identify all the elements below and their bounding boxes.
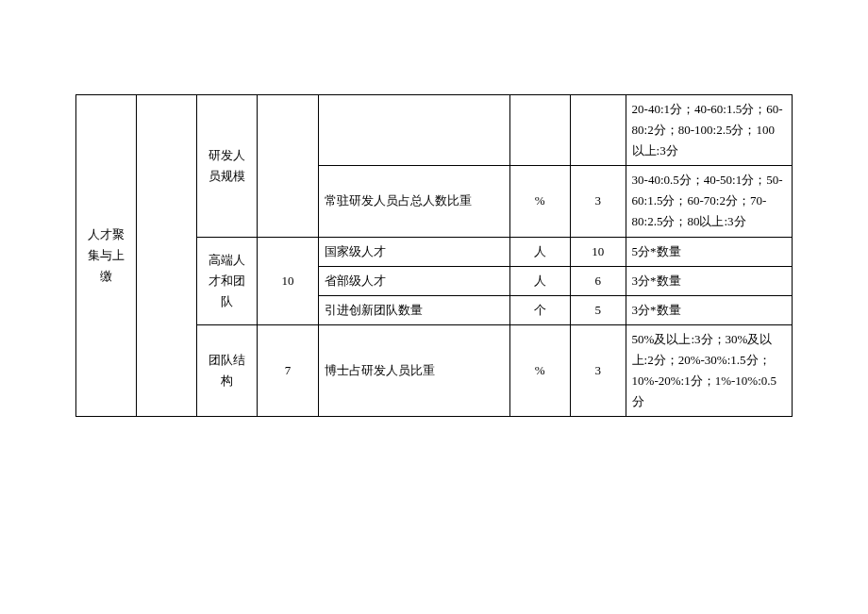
empty-cell [137,95,197,417]
desc-cell: 3分*数量 [626,266,792,295]
desc-cell: 20-40:1分；40-60:1.5分；60-80:2分；80-100:2.5分… [626,95,792,166]
metric-cell: 常驻研发人员占总人数比重 [318,166,509,237]
subscore-cell [258,95,318,238]
unit-cell: % [509,324,570,416]
subscore-cell: 10 [258,237,318,324]
score-cell: 3 [570,324,626,416]
unit-cell: 个 [509,295,570,324]
table-row: 人才聚集与上缴 研发人员规模 20-40:1分；40-60:1.5分；60-80… [76,95,793,166]
subscore-cell: 7 [258,324,318,416]
subcategory-cell: 研发人员规模 [197,95,258,238]
subcategory-cell: 高端人才和团队 [197,237,258,324]
subcategory-cell: 团队结构 [197,324,258,416]
desc-cell: 30-40:0.5分；40-50:1分；50-60:1.5分；60-70:2分；… [626,166,792,237]
category-cell: 人才聚集与上缴 [76,95,137,417]
unit-cell [509,95,570,166]
score-cell [570,95,626,166]
desc-cell: 50%及以上:3分；30%及以上:2分；20%-30%:1.5分；10%-20%… [626,324,792,416]
unit-cell: 人 [509,266,570,295]
metric-cell: 国家级人才 [318,237,509,266]
metric-cell: 引进创新团队数量 [318,295,509,324]
unit-cell: 人 [509,237,570,266]
score-cell: 3 [570,166,626,237]
score-cell: 6 [570,266,626,295]
metric-cell: 省部级人才 [318,266,509,295]
score-cell: 5 [570,295,626,324]
metric-cell [318,95,509,166]
unit-cell: % [509,166,570,237]
score-table: 人才聚集与上缴 研发人员规模 20-40:1分；40-60:1.5分；60-80… [75,94,793,417]
desc-cell: 3分*数量 [626,295,792,324]
desc-cell: 5分*数量 [626,237,792,266]
score-cell: 10 [570,237,626,266]
metric-cell: 博士占研发人员比重 [318,324,509,416]
